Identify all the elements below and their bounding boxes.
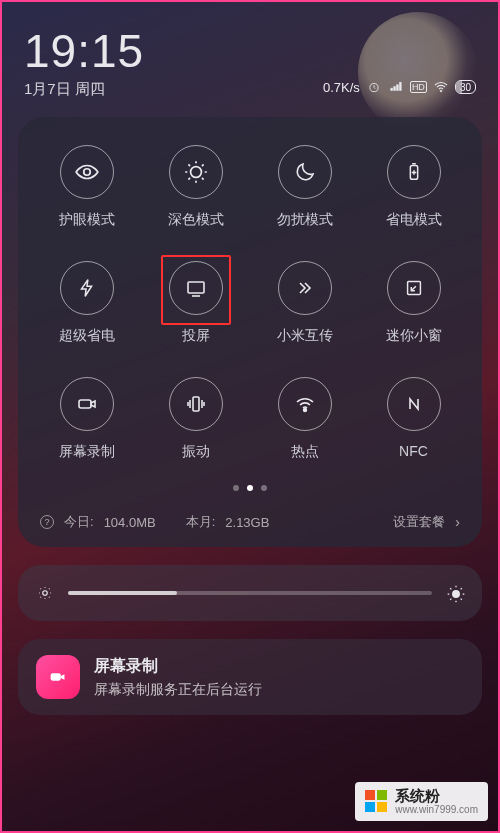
tile-eye-comfort[interactable]: 护眼模式 xyxy=(34,145,139,229)
microsoft-logo-icon xyxy=(365,790,387,812)
moon-icon xyxy=(278,145,332,199)
notification-card[interactable]: 屏幕录制 屏幕录制服务正在后台运行 xyxy=(18,639,482,715)
notification-title: 屏幕录制 xyxy=(94,656,262,677)
tile-label: 深色模式 xyxy=(168,211,224,229)
svg-rect-7 xyxy=(79,400,91,408)
svg-point-3 xyxy=(190,167,201,178)
screen-record-app-icon xyxy=(36,655,80,699)
svg-point-2 xyxy=(83,169,90,176)
page-dot-active xyxy=(247,485,253,491)
notification-body: 屏幕录制服务正在后台运行 xyxy=(94,681,262,699)
tile-nfc[interactable]: NFC xyxy=(361,377,466,461)
quick-settings-panel: 护眼模式 深色模式 勿扰模式 省电模式 超级省电 xyxy=(18,117,482,547)
dark-mode-icon xyxy=(169,145,223,199)
tile-label: 迷你小窗 xyxy=(386,327,442,345)
mini-window-icon xyxy=(387,261,441,315)
tile-mini-window[interactable]: 迷你小窗 xyxy=(361,261,466,345)
page-dot xyxy=(261,485,267,491)
signal-icon xyxy=(388,79,404,95)
svg-point-11 xyxy=(453,591,460,598)
eye-icon xyxy=(60,145,114,199)
battery-icon xyxy=(387,145,441,199)
tile-dnd[interactable]: 勿扰模式 xyxy=(252,145,357,229)
tile-label: 小米互传 xyxy=(277,327,333,345)
mishare-icon xyxy=(278,261,332,315)
battery-indicator: 30 xyxy=(455,80,476,94)
bolt-icon xyxy=(60,261,114,315)
cast-icon xyxy=(169,261,223,315)
alarm-icon xyxy=(366,79,382,95)
tile-label: NFC xyxy=(399,443,428,459)
watermark: 系统粉 www.win7999.com xyxy=(355,782,488,822)
info-icon: ? xyxy=(40,515,54,529)
status-right: 0.7K/s HD 30 xyxy=(323,79,476,95)
nfc-icon xyxy=(387,377,441,431)
tile-label: 热点 xyxy=(291,443,319,461)
brightness-low-icon xyxy=(36,584,54,602)
brightness-high-icon xyxy=(446,584,464,602)
svg-point-10 xyxy=(43,591,48,596)
tile-mishare[interactable]: 小米互传 xyxy=(252,261,357,345)
tile-vibrate[interactable]: 振动 xyxy=(143,377,248,461)
status-bar: 19:15 1月7日 周四 0.7K/s HD 30 xyxy=(2,2,498,99)
tile-cast[interactable]: 投屏 xyxy=(143,261,248,345)
usage-today-label: 今日: xyxy=(64,513,94,531)
tile-super-saver[interactable]: 超级省电 xyxy=(34,261,139,345)
svg-rect-8 xyxy=(193,397,199,411)
date: 1月7日 周四 xyxy=(24,80,144,99)
page-indicator xyxy=(30,485,470,491)
svg-point-9 xyxy=(303,409,306,412)
brightness-track[interactable] xyxy=(68,591,432,595)
svg-rect-5 xyxy=(188,282,204,293)
usage-settings-link[interactable]: 设置套餐 xyxy=(393,513,445,531)
tile-screen-record[interactable]: 屏幕录制 xyxy=(34,377,139,461)
chevron-right-icon: › xyxy=(455,514,460,530)
usage-today-value: 104.0MB xyxy=(104,515,156,530)
hotspot-icon xyxy=(278,377,332,431)
tile-label: 勿扰模式 xyxy=(277,211,333,229)
watermark-brand: 系统粉 xyxy=(395,788,478,805)
svg-point-1 xyxy=(440,90,442,92)
tile-label: 护眼模式 xyxy=(59,211,115,229)
tile-label: 振动 xyxy=(182,443,210,461)
tile-label: 超级省电 xyxy=(59,327,115,345)
tile-dark-mode[interactable]: 深色模式 xyxy=(143,145,248,229)
hd-icon: HD xyxy=(410,81,427,93)
tile-battery-saver[interactable]: 省电模式 xyxy=(361,145,466,229)
wifi-icon xyxy=(433,79,449,95)
brightness-slider[interactable] xyxy=(18,565,482,621)
vibrate-icon xyxy=(169,377,223,431)
usage-month-label: 本月: xyxy=(186,513,216,531)
clock: 19:15 xyxy=(24,28,144,74)
watermark-url: www.win7999.com xyxy=(395,804,478,815)
svg-rect-12 xyxy=(51,673,61,680)
tile-label: 投屏 xyxy=(182,327,210,345)
tiles-grid: 护眼模式 深色模式 勿扰模式 省电模式 超级省电 xyxy=(30,145,470,461)
net-speed: 0.7K/s xyxy=(323,80,360,95)
record-icon xyxy=(60,377,114,431)
tile-label: 屏幕录制 xyxy=(59,443,115,461)
tile-hotspot[interactable]: 热点 xyxy=(252,377,357,461)
page-dot xyxy=(233,485,239,491)
usage-month-value: 2.13GB xyxy=(225,515,269,530)
data-usage-row[interactable]: ? 今日:104.0MB 本月:2.13GB 设置套餐 › xyxy=(30,505,470,533)
tile-label: 省电模式 xyxy=(386,211,442,229)
